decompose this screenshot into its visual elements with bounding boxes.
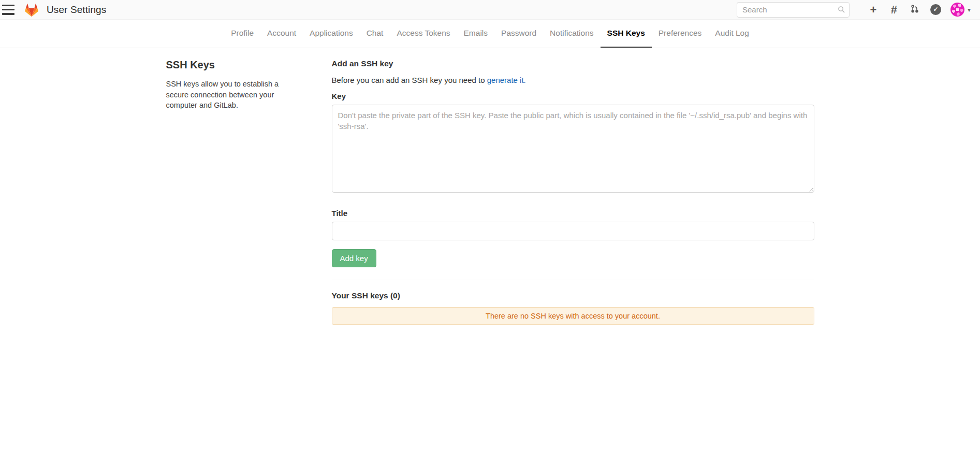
section-description: SSH Keys SSH keys allow you to establish… [166, 59, 332, 325]
search-input[interactable] [737, 2, 850, 18]
search-box [737, 2, 850, 18]
title-label: Title [332, 209, 814, 218]
activity-button[interactable]: # [884, 0, 904, 20]
section-heading: SSH Keys [166, 59, 332, 71]
top-navbar: User Settings + # [0, 0, 980, 20]
search-icon [838, 6, 845, 16]
navbar-controls: + # ✓ ▾ [737, 0, 971, 20]
key-label: Key [332, 92, 814, 100]
tab-audit-log[interactable]: Audit Log [708, 20, 756, 48]
settings-tabs: Profile Account Applications Chat Access… [0, 20, 980, 48]
tab-ssh-keys[interactable]: SSH Keys [601, 20, 652, 48]
main-content: SSH Keys SSH keys allow you to establish… [166, 48, 814, 325]
user-avatar [950, 3, 964, 17]
tab-emails[interactable]: Emails [457, 20, 495, 48]
settings-tabs-bar: Profile Account Applications Chat Access… [0, 20, 980, 48]
empty-keys-alert: There are no SSH keys with access to you… [332, 307, 814, 325]
key-textarea[interactable] [332, 105, 814, 193]
chevron-down-icon: ▾ [968, 6, 971, 13]
tab-password[interactable]: Password [494, 20, 543, 48]
merge-requests-button[interactable] [904, 0, 925, 20]
tab-account[interactable]: Account [260, 20, 303, 48]
tab-access-tokens[interactable]: Access Tokens [390, 20, 457, 48]
gitlab-logo-icon[interactable] [24, 3, 39, 17]
generate-it-link[interactable]: generate it. [487, 76, 526, 84]
new-menu-button[interactable]: + [863, 0, 884, 20]
tab-preferences[interactable]: Preferences [652, 20, 709, 48]
title-input[interactable] [332, 222, 814, 240]
plus-icon: + [870, 3, 877, 16]
section-help-text: SSH keys allow you to establish a secure… [166, 79, 302, 111]
hash-icon: # [891, 3, 897, 16]
your-ssh-keys-heading: Your SSH keys (0) [332, 291, 814, 300]
tab-applications[interactable]: Applications [303, 20, 360, 48]
generate-key-hint: Before you can add an SSH key you need t… [332, 76, 814, 84]
tab-chat[interactable]: Chat [360, 20, 390, 48]
add-ssh-key-heading: Add an SSH key [332, 59, 814, 68]
tab-profile[interactable]: Profile [224, 20, 260, 48]
page-title: User Settings [47, 4, 106, 16]
generate-key-hint-text: Before you can add an SSH key you need t… [332, 76, 487, 84]
hamburger-menu-icon[interactable] [2, 5, 17, 15]
tab-notifications[interactable]: Notifications [543, 20, 600, 48]
section-divider [332, 280, 814, 280]
merge-requests-icon [910, 3, 919, 16]
add-key-button[interactable]: Add key [332, 249, 376, 267]
todos-button[interactable]: ✓ [930, 4, 941, 15]
todo-check-icon: ✓ [933, 6, 938, 13]
ssh-key-form-panel: Add an SSH key Before you can add an SSH… [332, 59, 814, 325]
user-menu[interactable]: ▾ [950, 3, 971, 17]
